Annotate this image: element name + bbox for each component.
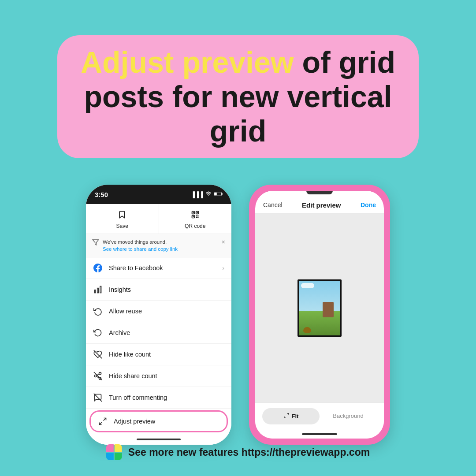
background-button[interactable]: Background [320, 408, 377, 424]
phone2-controls: Fit Background [255, 402, 384, 430]
title-highlight: Adjust preview [81, 45, 294, 79]
phone2-frame: Cancel Edit preview Done [249, 185, 390, 445]
menu-item-insights[interactable]: Insights [86, 279, 231, 301]
allow-reuse-icon [93, 306, 103, 316]
save-icon [118, 210, 126, 221]
phone2-nav: Cancel Edit preview Done [255, 197, 384, 214]
title-banner: Adjust preview of grid posts for new ver… [57, 35, 419, 158]
status-bar: 3:50 ▐▐▐ [86, 185, 231, 204]
phone2-notch [306, 191, 333, 194]
svg-rect-15 [97, 288, 99, 293]
svg-point-18 [99, 372, 101, 374]
fit-button[interactable]: Fit [262, 408, 320, 424]
home-indicator [137, 439, 181, 440]
info-banner-link[interactable]: See where to share and copy link [103, 245, 218, 253]
save-button[interactable]: Save [86, 204, 159, 234]
footer-logo [106, 444, 122, 460]
share-facebook-label: Share to Facebook [109, 264, 216, 271]
adjust-preview-icon [98, 416, 108, 426]
cancel-button[interactable]: Cancel [263, 201, 283, 208]
info-banner-close[interactable]: × [222, 238, 225, 245]
footer: See more new features https://thepreview… [106, 444, 370, 460]
title-text: Adjust preview of grid posts for new ver… [79, 45, 397, 149]
menu-item-allow-reuse[interactable]: Allow reuse [86, 301, 231, 322]
info-icon [92, 239, 99, 248]
turn-off-commenting-icon [93, 393, 103, 402]
menu-item-archive[interactable]: Archive [86, 322, 231, 344]
insights-icon [93, 285, 103, 294]
svg-line-23 [94, 372, 102, 380]
svg-rect-1 [222, 193, 223, 195]
phone2-home-indicator-bar [255, 430, 384, 439]
info-banner-message: We've moved things around. [103, 239, 167, 245]
svg-rect-11 [196, 217, 197, 218]
background-label: Background [333, 413, 363, 419]
qr-code-button[interactable]: QR code [159, 204, 232, 234]
info-banner-text: We've moved things around. See where to … [103, 238, 218, 253]
menu-item-adjust-preview[interactable]: Adjust preview [89, 410, 228, 432]
battery-icon [214, 191, 223, 198]
status-time: 3:50 [95, 191, 108, 198]
phone1-content: Save QR code [86, 204, 231, 434]
fit-label: Fit [292, 413, 299, 420]
phone2-preview-area [255, 214, 384, 402]
action-buttons-row: Save QR code [86, 204, 231, 234]
svg-rect-2 [214, 193, 217, 195]
menu-item-hide-share[interactable]: Hide share count [86, 365, 231, 387]
phone2-status-bar [255, 191, 384, 197]
menu-item-turn-off-commenting[interactable]: Turn off commenting [86, 387, 231, 409]
logo-cell-2 [115, 444, 122, 452]
phone2-home-bar [302, 433, 337, 435]
svg-rect-7 [197, 212, 198, 213]
svg-marker-13 [93, 240, 98, 245]
menu-list: Share to Facebook › Insights [86, 257, 231, 434]
preview-sky [299, 281, 340, 311]
svg-rect-10 [197, 215, 199, 216]
save-label: Save [116, 223, 128, 229]
svg-rect-8 [193, 216, 194, 217]
fit-icon [283, 413, 290, 420]
insights-label: Insights [109, 286, 224, 293]
preview-ground [299, 311, 340, 335]
turn-off-commenting-label: Turn off commenting [109, 394, 224, 401]
svg-rect-9 [196, 215, 197, 216]
hide-like-label: Hide like count [109, 351, 224, 358]
hide-share-icon [93, 371, 103, 381]
preview-image[interactable] [298, 279, 342, 337]
archive-label: Archive [109, 329, 224, 336]
phone1-frame: 3:50 ▐▐▐ [86, 185, 231, 445]
facebook-icon [93, 263, 103, 273]
qr-icon [191, 210, 200, 221]
menu-item-share-facebook[interactable]: Share to Facebook › [86, 257, 231, 279]
hide-share-label: Hide share count [109, 372, 224, 379]
chevron-icon: › [222, 264, 224, 271]
svg-rect-16 [95, 290, 96, 293]
svg-line-25 [104, 418, 106, 420]
signal-icon: ▐▐▐ [191, 191, 203, 198]
status-icons: ▐▐▐ [191, 191, 223, 198]
logo-cell-4 [115, 453, 122, 460]
hide-like-icon [93, 350, 103, 359]
svg-line-26 [100, 422, 102, 424]
menu-item-hide-like[interactable]: Hide like count [86, 344, 231, 365]
preview-clouds [301, 283, 314, 288]
preview-animal [303, 327, 311, 333]
svg-rect-14 [100, 286, 101, 293]
svg-rect-12 [197, 217, 199, 218]
phone1-home-indicator-bar [86, 434, 231, 445]
logo-cell-1 [106, 444, 114, 452]
svg-point-19 [95, 375, 97, 377]
archive-icon [93, 328, 103, 338]
logo-cell-3 [106, 453, 114, 460]
phone2-inner: Cancel Edit preview Done [255, 191, 384, 439]
qr-label: QR code [185, 223, 205, 229]
main-container: Adjust preview of grid posts for new ver… [0, 0, 476, 476]
phones-row: 3:50 ▐▐▐ [86, 185, 390, 445]
preview-structure [323, 302, 334, 317]
svg-rect-6 [193, 212, 194, 213]
wifi-icon [205, 191, 212, 198]
done-button[interactable]: Done [361, 201, 376, 208]
adjust-preview-label: Adjust preview [114, 418, 219, 425]
phone1-screen: 3:50 ▐▐▐ [86, 185, 231, 445]
footer-text: See more new features https://thepreview… [128, 446, 370, 458]
